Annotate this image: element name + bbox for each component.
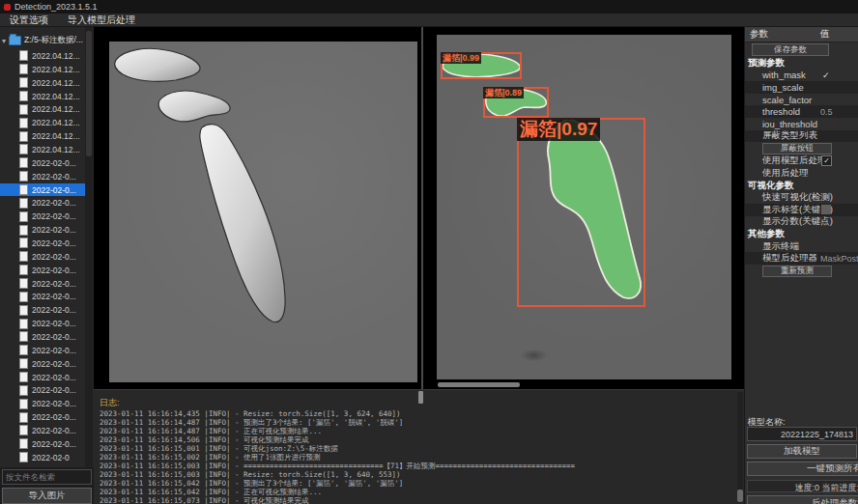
param-action-button[interactable]: 重新预测 <box>762 266 832 277</box>
tree-item[interactable]: 2022-02-0... <box>0 196 85 210</box>
log-line: 2023-01-11 16:16:15,042 |INFO| - 正在可视化预测… <box>100 488 728 496</box>
log-line: 2023-01-11 16:16:14,487 |INFO| - 正在可视化预测… <box>100 427 728 435</box>
log-scrollbar[interactable] <box>737 392 743 503</box>
tree-item[interactable]: 2022-02-0... <box>0 264 85 277</box>
splitter-handle[interactable] <box>418 391 423 404</box>
file-icon <box>19 77 28 88</box>
tree-item[interactable]: 2022-02-0... <box>0 156 85 170</box>
log-panel: 日志: 2023-01-11 16:16:14,435 |INFO| - Res… <box>94 389 744 504</box>
tree-item[interactable]: 2022.04.12... <box>0 90 85 103</box>
tree-item[interactable]: 2022-02-0... <box>0 330 85 344</box>
log-line: 2023-01-11 16:16:15,003 |INFO| - =======… <box>100 462 728 470</box>
tree-item[interactable]: 2022-02-0... <box>0 424 85 437</box>
tree-item[interactable]: 2022.04.12... <box>0 143 85 156</box>
tree-item-label: 2022-02-0... <box>32 158 76 168</box>
tree-item[interactable]: 2022-02-0... <box>0 397 85 410</box>
tree-item-label: 2022.04.12... <box>32 118 80 127</box>
menu-import-model-postprocess[interactable]: 导入模型后处理 <box>58 14 145 27</box>
tree-item-label: 2022.04.12... <box>32 78 80 88</box>
tree-item[interactable]: 2022-02-0... <box>0 303 85 317</box>
source-image[interactable] <box>109 42 417 382</box>
tree-item[interactable]: 2022-02-0... <box>0 277 85 291</box>
postprocess-params-button[interactable]: 后处理参数设置 <box>747 495 858 504</box>
tree-item[interactable]: 2022-02-0... <box>0 223 85 237</box>
predicted-image[interactable]: 漏箔|0.99漏箔|0.89漏箔|0.97 <box>437 35 731 379</box>
file-icon <box>19 184 28 195</box>
tree-item[interactable]: 2022.04.12... <box>0 49 85 63</box>
checkbox-unchecked[interactable] <box>821 205 831 214</box>
file-icon <box>19 278 28 289</box>
model-name-field[interactable]: 20221225_174813 <box>747 427 857 441</box>
file-icon <box>19 345 28 355</box>
defect-shape-mid <box>158 91 230 122</box>
tree-item[interactable]: 2022-02-0... <box>0 210 85 223</box>
checkmark-icon[interactable]: ✓ <box>822 70 830 80</box>
window-title: Detection_2023.1.5.1 <box>14 2 98 12</box>
file-icon <box>19 104 28 115</box>
save-params-button[interactable]: 保存参数 <box>752 43 829 56</box>
tree-item-label: 2022-02-0 <box>32 453 70 462</box>
detection-bounding-box <box>517 118 645 307</box>
file-icon <box>19 211 28 222</box>
log-line: 2023-01-11 16:16:14,506 |INFO| - 可视化预测结果… <box>100 435 728 444</box>
file-icon <box>19 412 28 423</box>
tree-root-label: Z:/5-标注数据/... <box>24 35 83 46</box>
param-label: 使用后处理 <box>762 167 809 180</box>
panel-splitter[interactable] <box>421 27 423 389</box>
tree-item[interactable]: 2022-02-0... <box>0 237 85 250</box>
tree-item[interactable]: 2022-02-0... <box>0 170 85 183</box>
tree-item[interactable]: 2022-02-0... <box>0 250 85 264</box>
file-icon <box>19 251 28 262</box>
tree-item-label: 2022-02-0... <box>32 346 76 355</box>
tree-item[interactable]: 2022-02-0... <box>0 317 85 330</box>
tree-item[interactable]: 2022-02-0... <box>0 183 85 197</box>
horizontal-scrollbar-thumb[interactable] <box>438 382 520 387</box>
checkbox-checked[interactable]: ✓ <box>821 155 832 166</box>
search-input[interactable] <box>2 469 92 485</box>
tree-scrollbar-thumb[interactable] <box>86 31 92 156</box>
log-line: 2023-01-11 16:16:15,003 |INFO| - Resize:… <box>100 470 728 479</box>
tree-item[interactable]: 2022.04.12... <box>0 63 85 76</box>
tree-item[interactable]: 2022.04.12... <box>0 76 85 90</box>
file-icon <box>19 64 28 74</box>
tree-item-label: 2022-02-0... <box>32 198 76 208</box>
file-icon <box>19 372 28 382</box>
file-icon <box>19 305 28 316</box>
tree-item[interactable]: 2022-02-0... <box>0 290 85 303</box>
tree-item-label: 2022-02-0... <box>32 305 76 315</box>
file-icon <box>19 91 28 101</box>
predict-all-button[interactable]: 一键预测所有图片 <box>747 462 858 476</box>
param-value[interactable]: 0.5 <box>820 107 833 117</box>
file-icon <box>19 438 28 449</box>
file-icon <box>19 144 28 154</box>
tree-item[interactable]: 2022.04.12... <box>0 116 85 129</box>
import-images-button[interactable]: 导入图片 <box>2 488 92 504</box>
tree-item[interactable]: 2022-02-0... <box>0 357 85 371</box>
tree-item[interactable]: 2022-02-0... <box>0 344 85 357</box>
param-row: 使用模型后处理✓ <box>745 155 858 168</box>
chevron-down-icon[interactable]: ▾ <box>2 37 6 45</box>
tree-item[interactable]: 2022-02-0... <box>0 383 85 397</box>
tree-root-node[interactable]: ▾ Z:/5-标注数据/... <box>2 35 83 46</box>
log-scrollbar-thumb[interactable] <box>737 490 743 502</box>
tree-scrollbar[interactable] <box>85 27 93 467</box>
param-column-header: 参数 <box>750 28 768 41</box>
log-line: 2023-01-11 16:16:15,002 |INFO| - 使用了1张图片… <box>100 453 728 462</box>
image-canvas: 漏箔|0.99漏箔|0.89漏箔|0.97 <box>94 27 744 389</box>
tree-item[interactable]: 2022-02-0... <box>0 437 85 451</box>
tree-item[interactable]: 2022.04.12... <box>0 102 85 116</box>
tree-item[interactable]: 2022-02-0... <box>0 371 85 384</box>
tree-item-label: 2022-02-0... <box>32 252 76 262</box>
param-action-button[interactable]: 屏蔽按钮 <box>762 143 832 154</box>
menu-settings-options[interactable]: 设置选项 <box>0 14 58 27</box>
file-icon <box>19 50 28 61</box>
tree-item[interactable]: 2022.04.12... <box>0 129 85 143</box>
load-model-button[interactable]: 加载模型 <box>747 444 857 459</box>
param-value[interactable]: MaskPostPro <box>820 254 858 264</box>
defect-shape-large <box>200 125 285 322</box>
tree-item-label: 2022-02-0... <box>32 266 76 275</box>
tree-item[interactable]: 2022-02-0 <box>0 451 85 464</box>
tree-item-label: 2022-02-0... <box>32 385 76 395</box>
tree-item[interactable]: 2022-02-0... <box>0 410 85 424</box>
param-row: 显示分数(关键点) <box>745 216 858 229</box>
